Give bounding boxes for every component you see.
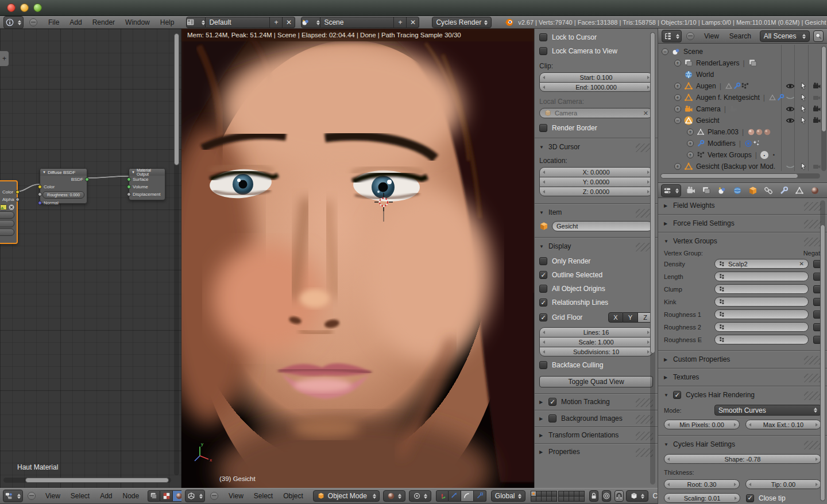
node-collapse-icon[interactable]: ▼ — [42, 170, 46, 174]
snap-element-select[interactable] — [626, 490, 648, 502]
outliner-row-renderlayers[interactable]: + RenderLayers | — [662, 57, 827, 69]
menu-render[interactable]: Render — [87, 18, 120, 26]
outliner-row-modifiers[interactable]: + Modifiers | — [662, 138, 827, 149]
snap-target-select[interactable]: Clo — [648, 492, 658, 500]
item-name-field[interactable]: Gesicht — [552, 221, 653, 231]
lock-to-scene-toggle[interactable] — [589, 490, 598, 502]
panel-expand-icon[interactable]: ▶ — [539, 449, 545, 455]
manipulator-scale-toggle[interactable] — [474, 490, 486, 502]
panel-cycles-hair-settings[interactable]: ▼ Cycles Hair Settings — [664, 440, 821, 448]
panel-background-images[interactable]: ▶ Background Images — [539, 414, 653, 422]
hair-shape-field[interactable]: Shape: -0.78 — [664, 454, 821, 464]
panel-textures[interactable]: ▶ Textures — [664, 373, 821, 381]
menu-object[interactable]: Object — [278, 492, 308, 500]
tab-scene[interactable] — [714, 185, 729, 197]
bsdf-output-socket[interactable] — [85, 177, 89, 181]
layer-selector[interactable] — [531, 491, 585, 501]
outliner-row-scene[interactable]: − Scene — [662, 46, 827, 57]
image-node-setting-1[interactable] — [0, 211, 14, 219]
outliner-row-gesicht-backup[interactable]: + Gesicht (Backup vor Mod. Apply — [662, 161, 827, 172]
minimize-window-button[interactable] — [20, 3, 29, 12]
diffuse-bsdf-node[interactable]: ▼Diffuse BSDF BSDF Color Roughness: 0.00… — [40, 168, 87, 204]
outliner-display-filter-select[interactable]: All Scenes — [760, 30, 810, 42]
tab-texture[interactable] — [823, 185, 827, 197]
viewport-3d[interactable]: y x Mem: 51.24M, Peak: 51.24M | Scene | … — [181, 29, 658, 488]
grid-floor-row[interactable]: Grid Floor X Y Z — [539, 312, 653, 323]
local-camera-field[interactable]: Camera ✕ — [539, 108, 653, 118]
menu-file[interactable]: File — [43, 18, 64, 26]
panel-expand-icon[interactable]: ▶ — [664, 375, 670, 380]
manipulator-arc-toggle[interactable] — [461, 490, 474, 502]
only-render-checkbox[interactable] — [539, 257, 547, 265]
zoom-window-button[interactable] — [33, 3, 42, 12]
grid-subdivisions-field[interactable]: Subdivisions: 10 — [539, 347, 653, 356]
hair-tip-field[interactable]: Tip: 0.00 — [745, 479, 821, 489]
panel-motion-tracking[interactable]: ▶ Motion Tracking — [539, 398, 653, 406]
roughness2-vgroup-field[interactable] — [714, 322, 809, 332]
outline-selected-row[interactable]: Outline Selected — [539, 271, 653, 279]
collapse-menus-button[interactable] — [29, 18, 37, 26]
tab-modifiers[interactable] — [776, 185, 791, 197]
close-tip-checkbox[interactable] — [746, 494, 754, 502]
window-titlebar[interactable] — [0, 0, 827, 16]
grid-floor-checkbox[interactable] — [539, 313, 547, 321]
hair-mode-select[interactable]: Smooth Curves — [714, 405, 821, 416]
tree-type-texture-button[interactable] — [160, 490, 173, 502]
tab-render[interactable] — [683, 185, 698, 197]
editor-type-selector-info[interactable] — [3, 16, 24, 29]
image-texture-node[interactable]: Color Alpha — [0, 180, 18, 244]
cursor-z-field[interactable]: Z: 0.0000 — [539, 187, 653, 196]
kink-vgroup-field[interactable] — [714, 297, 809, 307]
close-window-button[interactable] — [7, 3, 16, 12]
menu-view[interactable]: View — [223, 492, 249, 500]
viewport-shading-select[interactable] — [383, 490, 405, 502]
node-editor-hscroll[interactable] — [25, 478, 169, 483]
menu-window[interactable]: Window — [120, 18, 155, 26]
delete-screen-layout-button[interactable]: ✕ — [283, 17, 295, 28]
relationship-lines-row[interactable]: Relationship Lines — [539, 298, 653, 307]
screen-layout-browse-button[interactable] — [186, 17, 206, 28]
only-render-row[interactable]: Only Render — [539, 257, 653, 265]
clump-vgroup-field[interactable] — [714, 284, 809, 294]
axis-y-toggle[interactable]: Y — [623, 312, 638, 323]
relationship-lines-checkbox[interactable] — [539, 298, 547, 307]
panel-item[interactable]: ▼ Item — [539, 208, 653, 216]
collapse-menus-button[interactable] — [210, 492, 218, 500]
properties-vscroll[interactable] — [820, 224, 825, 501]
menu-view[interactable]: View — [699, 32, 724, 40]
close-tip-row[interactable]: Close tip — [746, 494, 821, 502]
cursor-y-field[interactable]: Y: 0.0000 — [539, 177, 653, 187]
roughness1-vgroup-field[interactable] — [714, 309, 809, 319]
roughness-end-vgroup-field[interactable] — [714, 335, 809, 344]
menu-add[interactable]: Add — [64, 18, 87, 26]
lock-camera-checkbox[interactable] — [539, 47, 547, 55]
editor-type-selector-node[interactable] — [3, 490, 23, 502]
panel-expand-icon[interactable]: ▶ — [539, 400, 545, 405]
menu-search[interactable]: Search — [724, 32, 756, 40]
n-panel-scrollbar[interactable] — [650, 32, 655, 354]
render-engine-select[interactable]: Cycles Render — [432, 17, 492, 28]
outliner-row-augen-knetgesicht[interactable]: + Augen f. Knetgesicht | — [662, 92, 827, 103]
panel-force-field-settings[interactable]: ▶ Force Field Settings — [664, 219, 821, 227]
outliner-search-button[interactable] — [813, 30, 824, 42]
outliner-row-augen[interactable]: + Augen | — [662, 80, 827, 92]
panel-expand-icon[interactable]: ▼ — [539, 210, 545, 215]
volume-input-socket[interactable] — [127, 185, 131, 189]
lock-to-cursor-row[interactable]: Lock to Cursor — [539, 33, 653, 41]
panel-expand-icon[interactable]: ▼ — [664, 239, 670, 244]
transform-orientation-select[interactable]: Global — [491, 490, 525, 502]
scene-name-field[interactable]: Scene — [320, 17, 394, 28]
panel-expand-icon[interactable]: ▶ — [664, 357, 670, 362]
scene-browse-button[interactable] — [301, 17, 320, 28]
menu-add[interactable]: Add — [95, 492, 117, 500]
manipulator-translate-toggle[interactable] — [436, 490, 449, 502]
clip-start-field[interactable]: Start: 0.100 — [539, 72, 653, 82]
hair-scaling-field[interactable]: Scaling: 0.01 — [664, 493, 740, 503]
toggle-quad-view-button[interactable]: Toggle Quad View — [539, 376, 653, 387]
displacement-input-socket[interactable] — [127, 192, 131, 196]
axis-x-toggle[interactable]: X — [608, 312, 623, 323]
node-editor-canvas[interactable]: + Color Alpha — [0, 29, 181, 488]
min-pixels-field[interactable]: Min Pixels: 0.00 — [664, 420, 740, 429]
add-screen-layout-button[interactable]: + — [270, 17, 283, 28]
tab-object-data[interactable] — [792, 185, 806, 197]
